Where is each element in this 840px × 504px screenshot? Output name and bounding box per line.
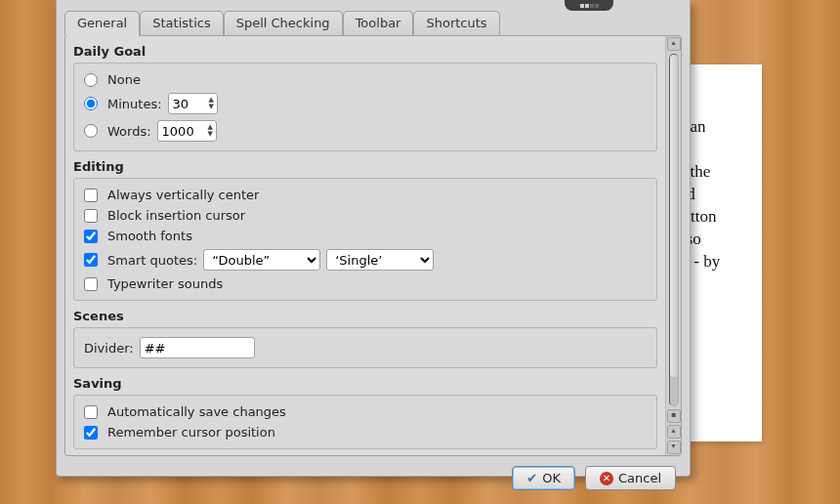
preferences-dialog: General Statistics Spell Checking Toolba… xyxy=(56,0,691,477)
tab-content: Daily Goal None Minutes: ▲▼ Words: xyxy=(64,35,682,456)
scroll-up2-icon[interactable]: ▴ xyxy=(667,425,681,439)
spinner-arrows-icon[interactable]: ▲▼ xyxy=(206,97,217,110)
tab-toolbar[interactable]: Toolbar xyxy=(343,11,414,36)
section-daily-goal-title: Daily Goal xyxy=(73,44,657,59)
vertical-scrollbar[interactable]: ▴ ▪ ▴ ▾ xyxy=(665,36,681,455)
radio-none-label: None xyxy=(107,72,141,87)
tab-general[interactable]: General xyxy=(64,11,140,36)
grab-handle xyxy=(565,0,613,11)
radio-words[interactable] xyxy=(84,124,98,138)
check-remember-cursor[interactable] xyxy=(84,426,98,440)
section-scenes-title: Scenes xyxy=(73,309,657,323)
cancel-button[interactable]: ✕ Cancel xyxy=(585,466,676,490)
check-smooth-fonts[interactable] xyxy=(84,230,98,243)
check-auto-save-label: Automatically save changes xyxy=(107,404,286,419)
scroll-thumb[interactable] xyxy=(670,55,678,377)
words-spinner[interactable]: ▲▼ xyxy=(157,120,217,142)
check-remember-cursor-label: Remember cursor position xyxy=(107,425,275,440)
radio-none[interactable] xyxy=(84,73,98,87)
dialog-button-bar: ✔ OK ✕ Cancel xyxy=(57,456,690,500)
scroll-area: Daily Goal None Minutes: ▲▼ Words: xyxy=(65,36,665,455)
group-daily-goal: None Minutes: ▲▼ Words: ▲▼ xyxy=(73,63,657,151)
radio-words-label: Words: xyxy=(107,124,151,139)
check-smart-quotes-label: Smart quotes: xyxy=(107,253,197,268)
check-auto-save[interactable] xyxy=(84,405,98,419)
check-always-center-label: Always vertically center xyxy=(107,188,259,202)
divider-label: Divider: xyxy=(84,341,134,356)
check-smooth-fonts-label: Smooth fonts xyxy=(107,229,192,243)
select-single-quotes[interactable]: ‘Single’ xyxy=(326,249,434,271)
check-icon: ✔ xyxy=(526,471,537,485)
radio-minutes[interactable] xyxy=(84,97,98,110)
cancel-button-label: Cancel xyxy=(618,471,661,485)
group-scenes: Divider: xyxy=(73,327,657,368)
scroll-up-icon[interactable]: ▴ xyxy=(667,37,681,51)
scroll-down-icon[interactable]: ▾ xyxy=(667,441,681,454)
check-typewriter-sounds[interactable] xyxy=(84,277,98,291)
section-saving-title: Saving xyxy=(73,376,657,391)
check-block-cursor-label: Block insertion cursor xyxy=(107,208,245,223)
tab-shortcuts[interactable]: Shortcuts xyxy=(413,11,499,36)
group-saving: Automatically save changes Remember curs… xyxy=(73,395,657,449)
words-value[interactable] xyxy=(158,122,205,140)
tab-spell-checking[interactable]: Spell Checking xyxy=(224,11,343,36)
select-double-quotes[interactable]: “Double” xyxy=(203,249,320,271)
section-editing-title: Editing xyxy=(73,159,657,174)
divider-input[interactable] xyxy=(140,337,255,358)
check-block-cursor[interactable] xyxy=(84,209,98,223)
spinner-arrows-icon[interactable]: ▲▼ xyxy=(205,124,216,138)
radio-minutes-label: Minutes: xyxy=(107,97,162,111)
check-typewriter-sounds-label: Typewriter sounds xyxy=(107,276,223,291)
minutes-value[interactable] xyxy=(169,95,206,112)
check-always-center[interactable] xyxy=(84,189,98,202)
tab-statistics[interactable]: Statistics xyxy=(140,11,223,36)
check-smart-quotes[interactable] xyxy=(84,253,98,267)
scroll-track[interactable] xyxy=(669,54,679,406)
ok-button-label: OK xyxy=(542,471,561,485)
ok-button[interactable]: ✔ OK xyxy=(512,466,575,490)
minutes-spinner[interactable]: ▲▼ xyxy=(168,93,218,114)
scroll-home-icon[interactable]: ▪ xyxy=(667,409,681,423)
cancel-icon: ✕ xyxy=(600,472,613,485)
group-editing: Always vertically center Block insertion… xyxy=(73,178,657,301)
